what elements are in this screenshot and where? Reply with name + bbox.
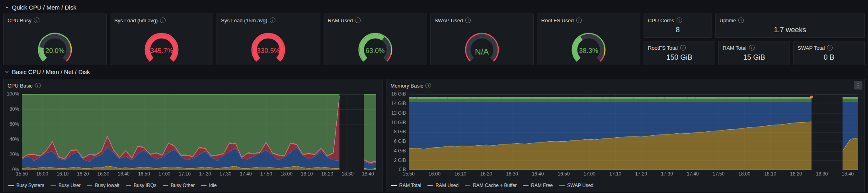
panel-sys-load-5m: Sys Load (5m avg) i 345.7% (110, 14, 213, 65)
panel-sys-load-15m: Sys Load (15m avg) i 330.5% (217, 14, 320, 65)
gauge-sys-load-15m (238, 27, 298, 65)
legend-swatch (465, 185, 470, 186)
stat-panels-block: CPU Cores i 8 Uptime i 1.7 weeks RootF (644, 14, 865, 65)
panel-title[interactable]: RAM Total (723, 45, 747, 51)
legend-swatch (523, 185, 529, 186)
info-icon[interactable]: i (425, 83, 431, 88)
gauge-ram-used (345, 27, 405, 65)
panel-title[interactable]: CPU Busy (8, 18, 31, 23)
panel-memory-basic: Memory Basic i ⋮ RAM TotalRAM UsedRAM Ca… (386, 79, 865, 192)
row-header-quick-cpu-mem-disk[interactable]: Quick CPU / Mem / Disk (3, 1, 865, 14)
legend-item-busy-other[interactable]: Busy Other (163, 183, 195, 188)
legend-label: Idle (209, 183, 217, 188)
panel-title[interactable]: SWAP Used (435, 18, 463, 23)
legend-swatch (391, 185, 397, 186)
panel-ram-used: RAM Used i 63.0% (324, 14, 427, 65)
info-icon[interactable]: i (749, 45, 755, 51)
info-icon[interactable]: i (680, 45, 686, 51)
panel-title[interactable]: CPU Basic (8, 83, 33, 89)
panel-cpu-basic: CPU Basic i Busy SystemBusy UserBusy Iow… (3, 79, 383, 192)
stat-value: 150 GiB (644, 52, 715, 65)
gauge-value: 38.3% (537, 47, 640, 55)
panel-menu-icon[interactable]: ⋮ (854, 81, 862, 90)
panel-title[interactable]: RAM Used (328, 18, 353, 23)
legend-item-idle[interactable]: Idle (201, 183, 217, 188)
cpu-legend: Busy SystemBusy UserBusy IowaitBusy IRQs… (4, 181, 382, 192)
legend-item-busy-irqs[interactable]: Busy IRQs (126, 183, 156, 188)
panel-title[interactable]: CPU Cores (648, 18, 674, 23)
info-icon[interactable]: i (465, 18, 471, 23)
panel-title[interactable]: Sys Load (5m avg) (114, 18, 158, 23)
panel-swap-total: SWAP Total i 0 B (793, 41, 865, 65)
info-icon[interactable]: i (677, 18, 682, 23)
panel-title[interactable]: RootFS Total (648, 45, 678, 51)
panel-ram-total: RAM Total i 15 GiB (718, 41, 790, 65)
legend-swatch (559, 185, 565, 186)
info-icon[interactable]: i (270, 18, 275, 23)
basic-charts-row: CPU Basic i Busy SystemBusy UserBusy Iow… (3, 79, 865, 192)
memory-basic-chart[interactable] (390, 91, 861, 178)
panel-cpu-cores: CPU Cores i 8 (644, 14, 712, 38)
legend-label: Busy Other (171, 183, 195, 188)
legend-item-busy-system[interactable]: Busy System (8, 183, 44, 188)
legend-label: RAM Total (399, 183, 421, 188)
legend-label: RAM Free (531, 183, 553, 188)
legend-label: Busy User (59, 183, 80, 188)
panel-swap-used: SWAP Used i N/A (430, 14, 534, 65)
legend-label: Busy IRQs (134, 183, 156, 188)
panel-root-fs-used: Root FS Used i 38.3% (537, 14, 640, 65)
row-title: Basic CPU / Mem / Net / Disk (12, 68, 90, 75)
info-icon[interactable]: i (738, 18, 744, 23)
info-icon[interactable]: i (827, 45, 833, 51)
legend-item-ram-free[interactable]: RAM Free (523, 183, 553, 188)
legend-swatch (8, 185, 14, 186)
gauge-cpu-busy (25, 27, 85, 65)
gauge-value: 330.5% (217, 47, 320, 55)
legend-item-ram-cache-buffer[interactable]: RAM Cache + Buffer (465, 183, 517, 188)
info-icon[interactable]: i (35, 83, 41, 88)
panel-uptime: Uptime i 1.7 weeks (715, 14, 865, 38)
info-icon[interactable]: i (34, 18, 39, 23)
chevron-down-icon (5, 5, 9, 10)
stat-value: 8 (644, 24, 712, 37)
panel-title[interactable]: Memory Basic (390, 83, 423, 89)
panel-cpu-busy: CPU Busy i 20.0% (3, 14, 107, 65)
grafana-dashboard: Quick CPU / Mem / Disk CPU Busy i 20.0% … (0, 0, 868, 193)
legend-item-ram-used[interactable]: RAM Used (427, 183, 458, 188)
panel-rootfs-total: RootFS Total i 150 GiB (644, 41, 715, 65)
legend-item-ram-total[interactable]: RAM Total (391, 183, 421, 188)
legend-swatch (163, 185, 168, 186)
legend-label: RAM Cache + Buffer (473, 183, 517, 188)
gauge-swap-used (452, 27, 512, 65)
gauge-value: 20.0% (4, 47, 106, 55)
info-icon[interactable]: i (160, 18, 166, 23)
legend-item-busy-iowait[interactable]: Busy Iowait (87, 183, 119, 188)
stat-value: 1.7 weeks (716, 24, 864, 37)
legend-swatch (126, 185, 131, 186)
info-icon[interactable]: i (355, 18, 361, 23)
legend-item-busy-user[interactable]: Busy User (51, 183, 80, 188)
legend-label: SWAP Used (567, 183, 593, 188)
row-header-basic-cpu-mem-net-disk[interactable]: Basic CPU / Mem / Net / Disk (3, 65, 865, 78)
cpu-basic-chart[interactable] (7, 91, 379, 178)
panel-title[interactable]: Root FS Used (541, 18, 574, 23)
row-title: Quick CPU / Mem / Disk (12, 4, 76, 11)
panel-title[interactable]: Uptime (720, 18, 736, 23)
stat-value: 0 B (794, 52, 864, 65)
memory-legend: RAM TotalRAM UsedRAM Cache + BufferRAM F… (386, 181, 864, 192)
legend-label: Busy System (16, 183, 44, 188)
panel-title[interactable]: SWAP Total (798, 45, 825, 51)
legend-swatch (87, 185, 92, 186)
gauge-value: N/A (431, 47, 533, 57)
info-icon[interactable]: i (576, 18, 582, 23)
gauge-sys-load-5m (132, 27, 191, 65)
gauge-value: 63.0% (324, 47, 427, 55)
gauge-value: 345.7% (110, 47, 213, 55)
legend-swatch (427, 185, 433, 186)
legend-item-swap-used[interactable]: SWAP Used (559, 183, 593, 188)
legend-label: RAM Used (435, 183, 458, 188)
stat-value: 15 GiB (719, 52, 790, 65)
quick-stats-row: CPU Busy i 20.0% Sys Load (5m avg) i 345… (3, 14, 865, 65)
legend-swatch (51, 185, 56, 186)
panel-title[interactable]: Sys Load (15m avg) (221, 18, 267, 23)
